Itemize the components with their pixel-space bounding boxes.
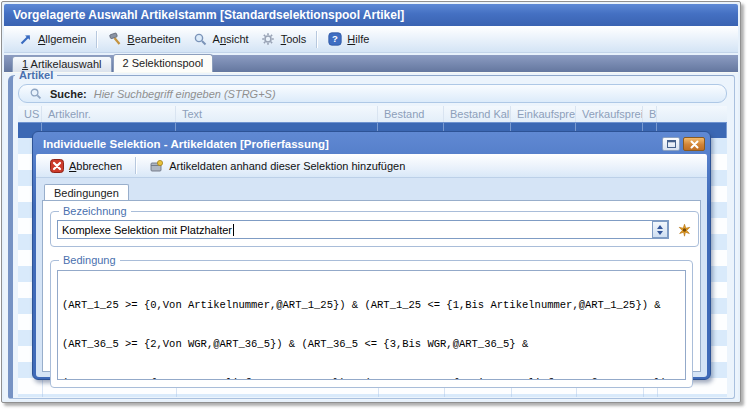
menubar: Allgemein Bearbeiten Ansicht Tools <box>4 26 738 53</box>
column-header-artikelnr[interactable]: Artikelnr. <box>42 106 176 122</box>
cancel-x-icon <box>49 158 64 173</box>
add-articles-icon <box>149 158 164 173</box>
screen: Vorgelagerte Auswahl Artikelstamm [Stand… <box>0 0 747 409</box>
tab-bedingungen[interactable]: Bedingungen <box>44 184 129 200</box>
menu-hilfe-label: Hilfe <box>347 33 369 45</box>
menu-bearbeiten[interactable]: Bearbeiten <box>101 29 186 50</box>
column-header-bestand[interactable]: Bestand <box>378 106 444 122</box>
restore-button[interactable] <box>662 137 680 151</box>
artikel-group-label: Artikel <box>15 69 57 81</box>
bezeichnung-groupbox: Bezeichnung Komplexe Selektion mit Platz… <box>50 205 699 247</box>
search-input[interactable]: Suche: Hier Suchbegriff eingeben (STRG+S… <box>18 84 727 103</box>
column-header-verkaufspreis[interactable]: Verkaufspreis <box>576 106 643 122</box>
cancel-button[interactable]: Abbrechen <box>45 156 126 175</box>
column-header-us[interactable]: US <box>18 106 42 122</box>
bedingung-editor[interactable]: (ART_1_25 >= {0,Von Artikelnummer,@ART_1… <box>57 270 686 380</box>
menu-separator <box>96 31 97 48</box>
hammer-icon <box>107 32 122 47</box>
help-icon: ? <box>327 32 342 47</box>
column-header-einkaufspreis[interactable]: Einkaufspreis <box>511 106 576 122</box>
menu-allgemein[interactable]: Allgemein <box>12 29 92 50</box>
bezeichnung-value: Komplexe Selektion mit Platzhalter <box>62 224 232 236</box>
column-header-filler <box>657 106 727 122</box>
dialog-body: Bedingungen Bezeichnung Komplexe Selekti… <box>36 178 707 377</box>
add-selection-button[interactable]: Artikeldaten anhand dieser Selektion hin… <box>145 156 409 175</box>
menu-allgemein-label: Allgemein <box>38 33 86 45</box>
spinner-up-icon <box>657 225 663 229</box>
main-window: Vorgelagerte Auswahl Artikelstamm [Stand… <box>1 1 741 403</box>
gear-icon <box>261 32 276 47</box>
column-header-bestand-kalk[interactable]: Bestand Kalk. <box>444 106 511 122</box>
condition-line: (ART_138_8 >= {4,Von Hauptlieferant,R0,8… <box>62 377 681 380</box>
search-placeholder: Hier Suchbegriff eingeben (STRG+S) <box>94 88 276 100</box>
bedingung-groupbox: Bedingung (ART_1_25 >= {0,Von Artikelnum… <box>50 254 693 388</box>
selection-dialog: Individuelle Selektion - Artikeldaten [P… <box>32 131 711 380</box>
cancel-button-label: Abbrechen <box>69 160 122 172</box>
column-header-text[interactable]: Text <box>176 106 378 122</box>
placeholder-action-icon[interactable] <box>677 222 692 237</box>
combobox-spinner[interactable] <box>652 221 668 238</box>
menu-bearbeiten-label: Bearbeiten <box>127 33 180 45</box>
menu-tools[interactable]: Tools <box>255 29 313 50</box>
bedingungen-panel: Bezeichnung Komplexe Selektion mit Platz… <box>42 200 701 372</box>
menu-ansicht[interactable]: Ansicht <box>187 29 255 50</box>
svg-text:?: ? <box>332 33 338 44</box>
menu-hilfe[interactable]: ? Hilfe <box>321 29 375 50</box>
toolbar-separator <box>135 157 136 174</box>
condition-line: (ART_1_25 >= {0,Von Artikelnummer,@ART_1… <box>62 299 681 312</box>
dialog-titlebar[interactable]: Individuelle Selektion - Artikeldaten [P… <box>36 134 707 154</box>
search-label: Suche: <box>50 88 87 100</box>
bezeichnung-combobox[interactable]: Komplexe Selektion mit Platzhalter <box>57 220 669 239</box>
dialog-title: Individuelle Selektion - Artikeldaten [P… <box>43 138 659 150</box>
column-header-b[interactable]: B <box>643 106 657 122</box>
menu-ansicht-label: Ansicht <box>213 33 249 45</box>
condition-line: (ART_36_5 >= {2,Von WGR,@ART_36_5}) & (A… <box>62 338 681 351</box>
magnifier-icon <box>193 32 208 47</box>
table-header-row: US Artikelnr. Text Bestand Bestand Kalk.… <box>18 106 727 122</box>
main-window-title: Vorgelagerte Auswahl Artikelstamm [Stand… <box>13 8 404 22</box>
menu-separator <box>316 31 317 48</box>
close-icon[interactable] <box>683 137 705 151</box>
spinner-down-icon <box>657 231 663 235</box>
main-titlebar[interactable]: Vorgelagerte Auswahl Artikelstamm [Stand… <box>4 4 738 26</box>
dialog-toolbar: Abbrechen Artikeldaten anhand dieser Sel… <box>36 154 707 178</box>
bezeichnung-label: Bezeichnung <box>59 205 131 217</box>
search-icon <box>28 86 43 101</box>
text-caret <box>233 224 234 236</box>
add-selection-button-label: Artikeldaten anhand dieser Selektion hin… <box>169 160 405 172</box>
arrow-up-right-icon <box>18 32 33 47</box>
bedingung-label: Bedingung <box>59 254 120 266</box>
menu-tools-label: Tools <box>281 33 307 45</box>
